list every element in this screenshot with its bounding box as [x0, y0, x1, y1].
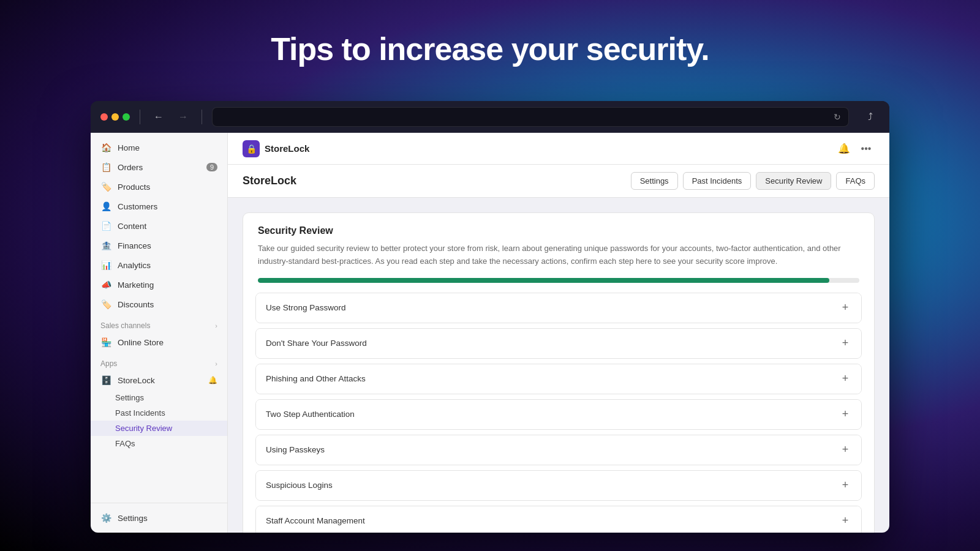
notification-icon: 🔔: [208, 376, 217, 384]
content-icon: 📄: [100, 220, 111, 231]
sidebar-item-marketing[interactable]: 📣 Marketing: [91, 275, 227, 294]
accordion-list: Use Strong Password + Don't Share Your P…: [243, 293, 874, 533]
sidebar-settings-item[interactable]: ⚙️ Settings: [91, 508, 227, 528]
address-bar[interactable]: ↻: [212, 107, 849, 127]
notification-bell-icon[interactable]: 🔔: [835, 140, 853, 157]
divider2: [202, 110, 202, 124]
accordion-header-strong-password[interactable]: Use Strong Password +: [256, 293, 861, 323]
sidebar-item-finances[interactable]: 🏦 Finances: [91, 236, 227, 255]
accordion-label-passkeys: Using Passkeys: [266, 445, 325, 454]
close-button[interactable]: [100, 113, 108, 121]
app-header-actions: 🔔 •••: [835, 140, 875, 157]
accordion-label-dont-share: Don't Share Your Password: [266, 339, 367, 348]
faqs-button[interactable]: FAQs: [836, 172, 875, 190]
progress-bar-container: [243, 278, 874, 293]
accordion-expand-strong-password[interactable]: +: [839, 302, 851, 314]
card-description: Take our guided security review to bette…: [258, 242, 859, 268]
sidebar-item-products[interactable]: 🏷️ Products: [91, 177, 227, 197]
orders-badge: 9: [206, 163, 217, 171]
accordion-expand-passkeys[interactable]: +: [839, 444, 851, 456]
online-store-icon: 🏪: [100, 337, 111, 348]
sidebar-label-home: Home: [118, 143, 140, 152]
sidebar-settings-label: Settings: [118, 514, 148, 523]
accordion-item-passkeys: Using Passkeys +: [255, 435, 862, 465]
sidebar-item-orders[interactable]: 📋 Orders 9: [91, 157, 227, 177]
hero-title: Tips to increase your security.: [0, 31, 980, 67]
security-review-card: Security Review Take our guided security…: [243, 212, 875, 533]
share-button[interactable]: ⤴: [861, 108, 880, 126]
sidebar-item-customers[interactable]: 👤 Customers: [91, 197, 227, 216]
accordion-item-strong-password: Use Strong Password +: [255, 293, 862, 323]
sidebar-label-online-store: Online Store: [118, 338, 164, 347]
settings-button[interactable]: Settings: [631, 172, 678, 190]
sidebar-sub-settings[interactable]: Settings: [91, 390, 227, 405]
accordion-expand-dont-share[interactable]: +: [839, 337, 851, 350]
sidebar-item-storelock[interactable]: 🗄️ StoreLock 🔔: [91, 370, 227, 390]
accordion-header-two-step[interactable]: Two Step Authentication +: [256, 400, 861, 429]
sidebar-footer: ⚙️ Settings: [91, 503, 227, 533]
sidebar-label-products: Products: [118, 182, 150, 192]
orders-icon: 📋: [100, 162, 111, 173]
brand-icon: 🔒: [243, 140, 260, 157]
main-content: 🔒 StoreLock 🔔 ••• StoreLock Settings Pas…: [228, 133, 889, 533]
accordion-label-two-step: Two Step Authentication: [266, 410, 355, 419]
progress-bar-fill: [258, 278, 829, 283]
sidebar-item-discounts[interactable]: 🏷️ Discounts: [91, 294, 227, 314]
discounts-icon: 🏷️: [100, 299, 111, 310]
marketing-icon: 📣: [100, 279, 111, 290]
customers-icon: 👤: [100, 201, 111, 212]
main-scroll-area: Security Review Take our guided security…: [228, 198, 889, 533]
sidebar-sub-faqs[interactable]: FAQs: [91, 436, 227, 451]
past-incidents-button[interactable]: Past Incidents: [683, 172, 752, 190]
accordion-header-suspicious-logins[interactable]: Suspicious Logins +: [256, 471, 861, 500]
accordion-expand-suspicious-logins[interactable]: +: [839, 479, 851, 492]
card-title: Security Review: [258, 225, 859, 236]
card-header: Security Review Take our guided security…: [243, 213, 874, 278]
sidebar-sub-security-review[interactable]: Security Review: [91, 421, 227, 436]
accordion-header-phishing[interactable]: Phishing and Other Attacks +: [256, 364, 861, 394]
accordion-item-two-step: Two Step Authentication +: [255, 399, 862, 430]
traffic-lights: [100, 113, 130, 121]
sidebar-item-home[interactable]: 🏠 Home: [91, 138, 227, 157]
sales-channels-chevron[interactable]: ›: [215, 322, 217, 329]
accordion-label-staff-account: Staff Account Management: [266, 516, 365, 525]
security-review-button[interactable]: Security Review: [756, 172, 831, 190]
sub-label-past-incidents: Past Incidents: [115, 408, 165, 418]
products-icon: 🏷️: [100, 181, 111, 192]
forward-button[interactable]: →: [175, 108, 192, 126]
sidebar-label-content: Content: [118, 222, 146, 231]
accordion-header-passkeys[interactable]: Using Passkeys +: [256, 435, 861, 465]
sidebar-label-marketing: Marketing: [118, 280, 154, 290]
fullscreen-button[interactable]: [123, 113, 130, 121]
browser-chrome: ← → ↻ ⤴: [91, 101, 889, 133]
sidebar-sub-past-incidents[interactable]: Past Incidents: [91, 405, 227, 421]
accordion-header-dont-share[interactable]: Don't Share Your Password +: [256, 329, 861, 358]
accordion-item-phishing: Phishing and Other Attacks +: [255, 364, 862, 394]
sidebar-item-content[interactable]: 📄 Content: [91, 216, 227, 236]
page-title: StoreLock: [243, 174, 296, 187]
back-button[interactable]: ←: [150, 108, 167, 126]
progress-bar-bg: [258, 278, 859, 283]
sidebar-item-analytics[interactable]: 📊 Analytics: [91, 255, 227, 275]
page-header: StoreLock Settings Past Incidents Securi…: [228, 165, 889, 198]
reload-button[interactable]: ↻: [834, 112, 841, 122]
apps-chevron[interactable]: ›: [215, 360, 217, 367]
sidebar-label-storelock: StoreLock: [118, 376, 155, 385]
minimize-button[interactable]: [111, 113, 119, 121]
sub-label-faqs: FAQs: [115, 439, 135, 448]
accordion-expand-staff-account[interactable]: +: [839, 515, 851, 527]
accordion-item-suspicious-logins: Suspicious Logins +: [255, 470, 862, 501]
finances-icon: 🏦: [100, 240, 111, 251]
brand-name: StoreLock: [265, 143, 309, 154]
apps-section: Apps ›: [91, 352, 227, 370]
accordion-expand-two-step[interactable]: +: [839, 408, 851, 421]
sidebar-label-discounts: Discounts: [118, 300, 154, 309]
accordion-header-staff-account[interactable]: Staff Account Management +: [256, 506, 861, 533]
sidebar-item-online-store[interactable]: 🏪 Online Store: [91, 332, 227, 352]
accordion-expand-phishing[interactable]: +: [839, 373, 851, 385]
sidebar-label-finances: Finances: [118, 241, 151, 250]
accordion-label-strong-password: Use Strong Password: [266, 303, 346, 312]
more-options-icon[interactable]: •••: [858, 140, 875, 157]
home-icon: 🏠: [100, 142, 111, 153]
browser-window: ← → ↻ ⤴ 🏠 Home 📋 Orders 9: [91, 101, 889, 533]
